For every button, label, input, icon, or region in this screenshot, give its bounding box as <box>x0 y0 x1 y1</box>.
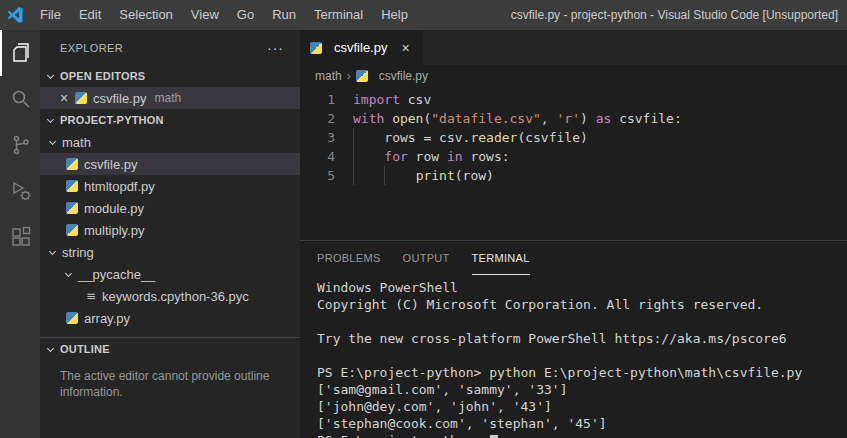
code-line: 3 rows = csv.reader(csvfile) <box>300 128 847 147</box>
terminal-line: ['stephan@cook.com', 'stephan', '45'] <box>317 415 847 432</box>
tree-item-label: array.py <box>84 311 130 326</box>
tree-file-module-py[interactable]: module.py <box>40 197 300 219</box>
chevron-down-icon <box>65 269 72 276</box>
panel-tab-bar: PROBLEMSOUTPUTTERMINAL <box>300 241 847 275</box>
main-area: EXPLORER ··· OPEN EDITORS ×csvfile.pymat… <box>0 30 847 438</box>
terminal-line <box>317 313 847 330</box>
more-actions-icon[interactable]: ··· <box>263 40 288 56</box>
line-number: 3 <box>300 128 335 147</box>
python-file-icon <box>310 42 322 54</box>
activity-bar <box>0 30 40 438</box>
tree-item-label: string <box>62 245 94 260</box>
tree-item-label: __pycache__ <box>78 267 155 282</box>
vscode-logo-icon <box>6 6 24 24</box>
terminal-output[interactable]: Windows PowerShellCopyright (C) Microsof… <box>300 275 847 438</box>
activity-explorer-button[interactable] <box>0 30 40 76</box>
terminal-line: ['john@dey.com', 'john', '43'] <box>317 398 847 415</box>
panel-tab-output[interactable]: OUTPUT <box>403 241 450 275</box>
open-editor-item[interactable]: ×csvfile.pymath <box>40 87 300 109</box>
outline-section: OUTLINE The active editor cannot provide… <box>40 337 300 400</box>
python-file-icon <box>66 202 78 214</box>
python-file-icon <box>66 224 78 236</box>
menu-run[interactable]: Run <box>263 0 305 30</box>
line-number: 2 <box>300 109 335 128</box>
section-project-python[interactable]: PROJECT-PYTHON <box>40 109 300 131</box>
tree-file-multiply-py[interactable]: multiply.py <box>40 219 300 241</box>
menu-go[interactable]: Go <box>228 0 263 30</box>
close-tab-icon[interactable]: × <box>397 40 413 56</box>
activity-run-debug-button[interactable] <box>0 168 40 214</box>
outline-message: The active editor cannot provide outline… <box>40 360 300 400</box>
line-number: 5 <box>300 166 335 185</box>
code-line-text: import csv <box>353 90 431 109</box>
terminal-line <box>317 347 847 364</box>
explorer-sidebar: EXPLORER ··· OPEN EDITORS ×csvfile.pymat… <box>40 30 300 438</box>
breadcrumb-item[interactable]: csvfile.py <box>356 69 428 83</box>
tree-item-label: module.py <box>84 201 144 216</box>
code-line: 4 for row in rows: <box>300 147 847 166</box>
chevron-down-icon <box>47 115 54 122</box>
terminal-line: Copyright (C) Microsoft Corporation. All… <box>317 296 847 313</box>
python-file-icon <box>66 180 78 192</box>
terminal-line: Try the new cross-platform PowerShell ht… <box>317 330 847 347</box>
breadcrumb-separator-icon: › <box>347 69 351 83</box>
source-control-icon <box>9 133 33 157</box>
tree-item-label: htmltopdf.py <box>84 179 155 194</box>
sidebar-title: EXPLORER <box>60 42 123 54</box>
terminal-line: PS E:\project-python> python E:\project-… <box>317 364 847 381</box>
breadcrumb: math›csvfile.py <box>300 65 847 87</box>
tree-file-array-py[interactable]: array.py <box>40 307 300 329</box>
tab-label: csvfile.py <box>334 40 387 55</box>
tree-folder-math[interactable]: math <box>40 131 300 153</box>
activity-search-button[interactable] <box>0 76 40 122</box>
tree-item-label: csvfile.py <box>84 157 137 172</box>
section-open-editors[interactable]: OPEN EDITORS <box>40 65 300 87</box>
chevron-down-icon <box>49 247 56 254</box>
python-file-icon <box>66 158 78 170</box>
tree-file-csvfile-py[interactable]: csvfile.py <box>40 153 300 175</box>
terminal-cursor <box>490 435 498 438</box>
section-label: OPEN EDITORS <box>60 70 145 82</box>
editor-tab-csvfile-py[interactable]: csvfile.py× <box>300 30 423 65</box>
title-bar: FileEditSelectionViewGoRunTerminalHelp c… <box>0 0 847 30</box>
tree-folder--pycache-[interactable]: __pycache__ <box>40 263 300 285</box>
tree-file-htmltopdf-py[interactable]: htmltopdf.py <box>40 175 300 197</box>
tree-item-label: math <box>62 135 91 150</box>
breadcrumb-label: csvfile.py <box>379 69 428 83</box>
close-editor-icon[interactable]: × <box>56 90 72 106</box>
activity-extensions-button[interactable] <box>0 214 40 260</box>
menu-help[interactable]: Help <box>372 0 417 30</box>
code-line: 5 print(row) <box>300 166 847 185</box>
chevron-down-icon <box>47 71 54 78</box>
section-label: OUTLINE <box>60 343 110 355</box>
menu-bar: FileEditSelectionViewGoRunTerminalHelp <box>31 0 417 30</box>
indent-guide <box>353 128 354 147</box>
menu-view[interactable]: View <box>182 0 228 30</box>
terminal-line: ['sam@gmail.com', 'sammy', '33'] <box>317 381 847 398</box>
panel-tab-problems[interactable]: PROBLEMS <box>317 241 381 275</box>
panel-tab-terminal[interactable]: TERMINAL <box>472 241 530 275</box>
line-number: 4 <box>300 147 335 166</box>
indent-guide <box>384 166 385 185</box>
python-file-icon <box>356 70 368 82</box>
indent-guide <box>353 166 354 185</box>
open-editor-label: csvfile.py <box>93 91 146 106</box>
code-editor[interactable]: 1import csv2with open("datafile.csv", 'r… <box>300 87 847 240</box>
section-outline[interactable]: OUTLINE <box>40 338 300 360</box>
open-editor-detail: math <box>154 91 181 105</box>
file-tree: mathcsvfile.pyhtmltopdf.pymodule.pymulti… <box>40 131 300 329</box>
menu-file[interactable]: File <box>31 0 70 30</box>
python-file-icon <box>75 92 87 104</box>
breadcrumb-label: math <box>315 69 342 83</box>
code-line-text: with open("datafile.csv", 'r') as csvfil… <box>353 109 682 128</box>
extensions-icon <box>9 225 33 249</box>
code-line-text: rows = csv.reader(csvfile) <box>353 128 588 147</box>
activity-source-control-button[interactable] <box>0 122 40 168</box>
tree-file-keywords-cpython-36-pyc[interactable]: ≡keywords.cpython-36.pyc <box>40 285 300 307</box>
menu-selection[interactable]: Selection <box>110 0 181 30</box>
breadcrumb-item[interactable]: math <box>315 69 342 83</box>
menu-edit[interactable]: Edit <box>70 0 110 30</box>
open-editors-list: ×csvfile.pymath <box>40 87 300 109</box>
menu-terminal[interactable]: Terminal <box>305 0 372 30</box>
tree-folder-string[interactable]: string <box>40 241 300 263</box>
